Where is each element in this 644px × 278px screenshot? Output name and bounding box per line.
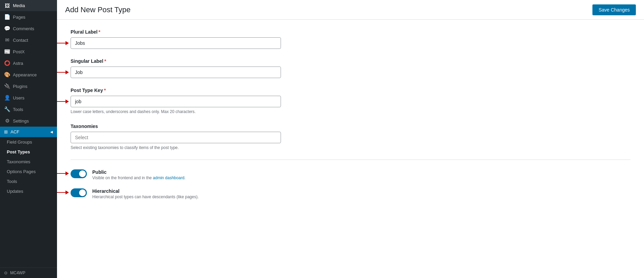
sidebar-footer[interactable]: ⊙ MC4WP bbox=[0, 267, 57, 278]
save-button[interactable]: Save Changes bbox=[592, 4, 636, 15]
sidebar-item-plugins[interactable]: 🔌 Plugins bbox=[0, 80, 57, 92]
taxonomies-hint: Select existing taxonomies to classify i… bbox=[71, 145, 630, 150]
sidebar-item-users[interactable]: 👤 Users bbox=[0, 92, 57, 104]
singular-label-arrow bbox=[57, 70, 69, 74]
arrow-head bbox=[65, 41, 69, 45]
comments-icon: 💬 bbox=[4, 25, 10, 32]
singular-label-input[interactable] bbox=[71, 67, 281, 78]
hierarchical-toggle-wrapper[interactable] bbox=[71, 188, 87, 197]
page-title: Add New Post Type bbox=[65, 5, 131, 14]
taxonomies-label: Taxonomies bbox=[71, 124, 630, 129]
singular-label-label: Singular Label* bbox=[71, 58, 630, 64]
plural-label-required: * bbox=[98, 29, 100, 35]
appearance-icon: 🎨 bbox=[4, 72, 10, 78]
contact-icon: ✉ bbox=[4, 37, 10, 43]
sidebar-item-comments[interactable]: 💬 Comments bbox=[0, 23, 57, 34]
acf-submenu: Field Groups Post Types Taxonomies Optio… bbox=[0, 137, 57, 196]
postx-icon: 📰 bbox=[4, 49, 10, 55]
taxonomies-row bbox=[71, 132, 630, 143]
sidebar-item-updates[interactable]: Updates bbox=[0, 186, 57, 196]
plural-label-label: Plural Label* bbox=[71, 29, 630, 35]
sidebar-item-taxonomies[interactable]: Taxonomies bbox=[0, 157, 57, 167]
arrow-line bbox=[57, 43, 65, 43]
post-type-key-input[interactable] bbox=[71, 96, 281, 107]
plugins-icon: 🔌 bbox=[4, 83, 10, 89]
singular-label-row bbox=[71, 67, 630, 78]
hierarchical-toggle-info: Hierarchical Hierarchical post types can… bbox=[92, 188, 199, 199]
sidebar-item-field-groups[interactable]: Field Groups bbox=[0, 137, 57, 147]
public-toggle-row: Public Visible on the frontend and in th… bbox=[71, 169, 630, 180]
sidebar-item-contact[interactable]: ✉ Contact bbox=[0, 34, 57, 46]
arrow-line-5 bbox=[57, 192, 65, 193]
post-type-key-row bbox=[71, 96, 630, 107]
public-desc: Visible on the frontend and in the admin… bbox=[92, 175, 186, 180]
arrow-line-3 bbox=[57, 101, 65, 102]
form-area: Plural Label* Singular Label* bbox=[57, 20, 644, 278]
hierarchical-arrow bbox=[57, 190, 69, 194]
astra-icon: ⭕ bbox=[4, 60, 10, 66]
mc4wp-icon: ⊙ bbox=[4, 271, 7, 275]
sidebar-item-options-pages[interactable]: Options Pages bbox=[0, 167, 57, 177]
singular-label-group: Singular Label* bbox=[71, 58, 630, 78]
users-icon: 👤 bbox=[4, 95, 10, 101]
sidebar-item-astra[interactable]: ⭕ Astra bbox=[0, 57, 57, 69]
arrow-line-4 bbox=[57, 173, 65, 174]
arrow-head-2 bbox=[65, 70, 69, 74]
sidebar-item-appearance[interactable]: 🎨 Appearance bbox=[0, 69, 57, 80]
settings-icon: ⚙ bbox=[4, 118, 10, 124]
public-toggle[interactable] bbox=[71, 169, 87, 178]
post-type-key-arrow bbox=[57, 99, 69, 104]
main-content: Add New Post Type Save Changes Plural La… bbox=[57, 0, 644, 278]
media-icon: 🖼 bbox=[4, 3, 10, 8]
sidebar-item-pages[interactable]: 📄 Pages bbox=[0, 11, 57, 23]
post-type-key-hint: Lower case letters, underscores and dash… bbox=[71, 109, 630, 114]
form-section: Plural Label* Singular Label* bbox=[57, 20, 644, 199]
sidebar-item-tools-acf[interactable]: Tools bbox=[0, 177, 57, 186]
tools-icon: 🔧 bbox=[4, 106, 10, 112]
acf-chevron-icon: ◀ bbox=[50, 130, 53, 134]
plural-label-arrow bbox=[57, 41, 69, 45]
sidebar: 🖼 Media 📄 Pages 💬 Comments ✉ Contact 📰 P… bbox=[0, 0, 57, 278]
public-desc-link[interactable]: admin dashboard bbox=[153, 175, 185, 180]
arrow-line-2 bbox=[57, 72, 65, 73]
hierarchical-toggle[interactable] bbox=[71, 188, 87, 197]
post-type-key-group: Post Type Key* Lower case letters, under… bbox=[71, 88, 630, 114]
arrow-head-3 bbox=[65, 99, 69, 104]
public-arrow bbox=[57, 171, 69, 175]
arrow-head-4 bbox=[65, 171, 69, 175]
plural-label-input[interactable] bbox=[71, 37, 281, 49]
arrow-head-5 bbox=[65, 190, 69, 194]
hierarchical-desc: Hierarchical post types can have descend… bbox=[92, 194, 199, 199]
sidebar-item-post-types[interactable]: Post Types bbox=[0, 147, 57, 157]
public-toggle-info: Public Visible on the frontend and in th… bbox=[92, 169, 186, 180]
sidebar-item-media[interactable]: 🖼 Media bbox=[0, 0, 57, 11]
post-type-key-required: * bbox=[104, 88, 106, 93]
plural-label-row bbox=[71, 37, 630, 49]
sidebar-item-tools[interactable]: 🔧 Tools bbox=[0, 104, 57, 115]
hierarchical-toggle-row: Hierarchical Hierarchical post types can… bbox=[71, 188, 630, 199]
singular-label-required: * bbox=[104, 58, 106, 64]
public-label: Public bbox=[92, 169, 186, 175]
public-toggle-wrapper[interactable] bbox=[71, 169, 87, 178]
pages-icon: 📄 bbox=[4, 14, 10, 20]
acf-icon: ⊞ bbox=[4, 129, 8, 134]
sidebar-item-postx[interactable]: 📰 PostX bbox=[0, 46, 57, 57]
sidebar-item-acf[interactable]: ⊞ ACF ◀ bbox=[0, 127, 57, 137]
post-type-key-label: Post Type Key* bbox=[71, 88, 630, 93]
taxonomies-group: Taxonomies Select existing taxonomies to… bbox=[71, 124, 630, 150]
section-divider bbox=[71, 160, 630, 160]
hierarchical-label: Hierarchical bbox=[92, 188, 199, 194]
sidebar-item-settings[interactable]: ⚙ Settings bbox=[0, 115, 57, 127]
topbar: Add New Post Type Save Changes bbox=[57, 0, 644, 20]
taxonomies-select[interactable] bbox=[71, 132, 281, 143]
plural-label-group: Plural Label* bbox=[71, 29, 630, 49]
